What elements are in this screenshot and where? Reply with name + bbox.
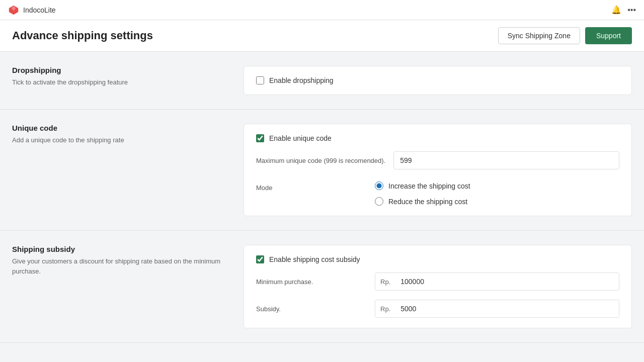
reduce-mode-radio[interactable] [375,197,383,206]
app-logo: IndocoLite [8,5,56,16]
mode-label: Mode [256,178,367,193]
min-purchase-row: Minimum purchase. Rp. [256,273,619,291]
dropshipping-section: Dropshipping Tick to activate the dropsh… [0,52,644,110]
enable-subsidy-checkbox[interactable] [256,255,264,263]
shipping-subsidy-card: Enable shipping cost subsidy Minimum pur… [244,245,632,328]
min-purchase-input[interactable] [395,273,619,290]
header-buttons: Sync Shipping Zone Support [498,27,632,44]
support-button[interactable]: Support [585,27,632,44]
enable-subsidy-label[interactable]: Enable shipping cost subsidy [269,255,360,263]
page-header: Advance shipping settings Sync Shipping … [0,20,644,52]
top-bar: IndocoLite 🔔 ••• [0,0,644,20]
subsidy-prefix: Rp. [375,301,395,317]
unique-code-section: Unique code Add a unique code to the shi… [0,110,644,231]
main-content: Dropshipping Tick to activate the dropsh… [0,52,644,343]
subsidy-row: Subsidy. Rp. [256,300,619,318]
enable-dropshipping-row: Enable dropshipping [256,76,619,84]
enable-subsidy-row: Enable shipping cost subsidy [256,255,619,263]
enable-dropshipping-label[interactable]: Enable dropshipping [269,76,334,84]
enable-dropshipping-checkbox[interactable] [256,76,264,84]
shipping-subsidy-section: Shipping subsidy Give your customers a d… [0,231,644,343]
top-bar-right: 🔔 ••• [611,5,636,15]
min-purchase-rp-wrap: Rp. [375,273,619,291]
mode-row: Mode Increase the shipping cost Reduce t… [256,178,619,206]
subsidy-input[interactable] [395,300,619,317]
unique-code-title: Unique code [12,124,227,132]
max-unique-code-row: Maximum unique code (999 is recomended). [256,151,619,169]
min-purchase-input-wrap: Rp. [375,273,619,291]
increase-mode-radio[interactable] [375,182,383,190]
bell-icon[interactable]: 🔔 [611,5,621,15]
app-name: IndocoLite [23,6,56,14]
dropshipping-description: Tick to activate the dropshipping featur… [12,77,227,87]
dropshipping-label: Dropshipping Tick to activate the dropsh… [12,66,244,95]
max-unique-code-label: Maximum unique code (999 is recomended). [256,151,385,165]
dropshipping-title: Dropshipping [12,66,227,74]
reduce-mode-label[interactable]: Reduce the shipping cost [388,198,467,206]
unique-code-label: Unique code Add a unique code to the shi… [12,124,244,216]
max-unique-code-input[interactable] [393,151,619,169]
min-purchase-label: Minimum purchase. [256,273,367,287]
mode-radio-group: Increase the shipping cost Reduce the sh… [375,178,619,206]
increase-mode-row: Increase the shipping cost [375,182,619,190]
subsidy-input-wrap: Rp. [375,300,619,318]
mode-options: Increase the shipping cost Reduce the sh… [375,178,619,206]
more-options-icon[interactable]: ••• [627,6,636,15]
dropshipping-card: Enable dropshipping [244,66,632,95]
increase-mode-label[interactable]: Increase the shipping cost [388,182,470,190]
enable-unique-code-row: Enable unique code [256,134,619,142]
logo-icon [8,5,19,16]
unique-code-card: Enable unique code Maximum unique code (… [244,124,632,216]
shipping-subsidy-title: Shipping subsidy [12,245,227,253]
subsidy-rp-wrap: Rp. [375,300,619,318]
max-unique-code-input-wrap [393,151,619,169]
unique-code-description: Add a unique code to the shipping rate [12,135,227,145]
sync-shipping-zone-button[interactable]: Sync Shipping Zone [498,27,580,44]
enable-unique-code-checkbox[interactable] [256,134,264,142]
shipping-subsidy-description: Give your customers a discount for shipp… [12,256,227,276]
page-title: Advance shipping settings [12,29,153,42]
subsidy-label: Subsidy. [256,300,367,314]
shipping-subsidy-label: Shipping subsidy Give your customers a d… [12,245,244,328]
enable-unique-code-label[interactable]: Enable unique code [269,134,332,142]
min-purchase-prefix: Rp. [375,274,395,290]
reduce-mode-row: Reduce the shipping cost [375,197,619,206]
